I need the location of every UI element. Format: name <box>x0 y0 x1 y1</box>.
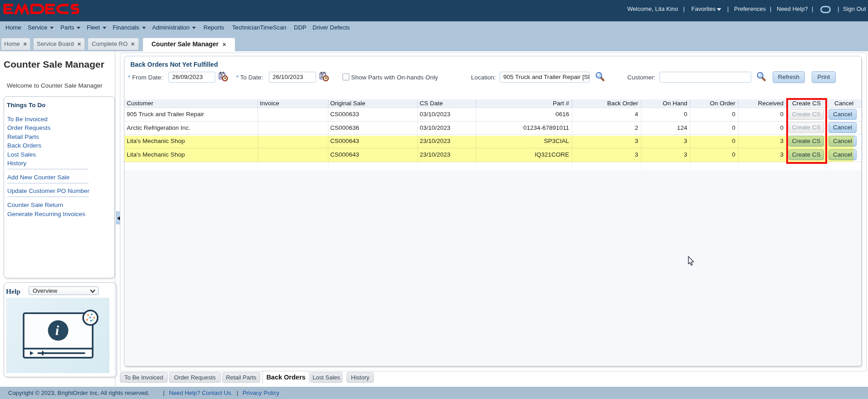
svg-text:i: i <box>55 323 60 338</box>
